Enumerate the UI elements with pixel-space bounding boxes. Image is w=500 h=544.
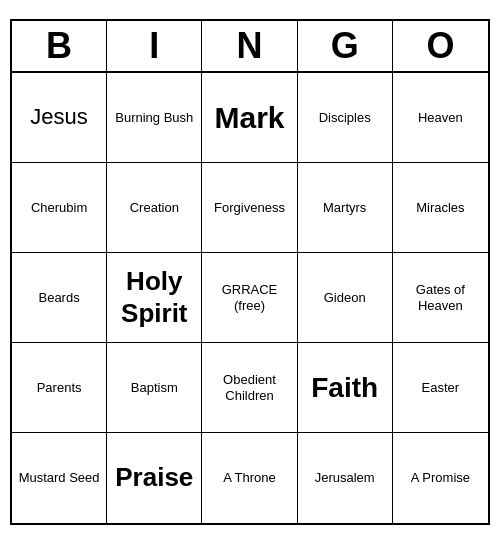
header-n: N (202, 21, 297, 71)
bingo-grid: JesusBurning BushMarkDisciplesHeavenCher… (12, 73, 488, 523)
bingo-cell: Faith (298, 343, 393, 433)
bingo-cell: Easter (393, 343, 488, 433)
bingo-cell: Gideon (298, 253, 393, 343)
bingo-cell: Forgiveness (202, 163, 297, 253)
bingo-cell: Baptism (107, 343, 202, 433)
bingo-cell: Praise (107, 433, 202, 523)
bingo-cell: Martyrs (298, 163, 393, 253)
bingo-cell: Beards (12, 253, 107, 343)
header-i: I (107, 21, 202, 71)
bingo-cell: Jesus (12, 73, 107, 163)
bingo-cell: Mark (202, 73, 297, 163)
bingo-cell: Holy Spirit (107, 253, 202, 343)
bingo-cell: Gates of Heaven (393, 253, 488, 343)
bingo-cell: Obedient Children (202, 343, 297, 433)
bingo-cell: A Throne (202, 433, 297, 523)
bingo-cell: Jerusalem (298, 433, 393, 523)
bingo-cell: Parents (12, 343, 107, 433)
header-g: G (298, 21, 393, 71)
bingo-cell: Creation (107, 163, 202, 253)
bingo-cell: Cherubim (12, 163, 107, 253)
bingo-cell: GRRACE (free) (202, 253, 297, 343)
bingo-cell: Miracles (393, 163, 488, 253)
header-o: O (393, 21, 488, 71)
bingo-cell: Heaven (393, 73, 488, 163)
header-b: B (12, 21, 107, 71)
bingo-cell: Disciples (298, 73, 393, 163)
bingo-cell: A Promise (393, 433, 488, 523)
bingo-cell: Burning Bush (107, 73, 202, 163)
bingo-header: B I N G O (12, 21, 488, 73)
bingo-cell: Mustard Seed (12, 433, 107, 523)
bingo-card: B I N G O JesusBurning BushMarkDisciples… (10, 19, 490, 525)
